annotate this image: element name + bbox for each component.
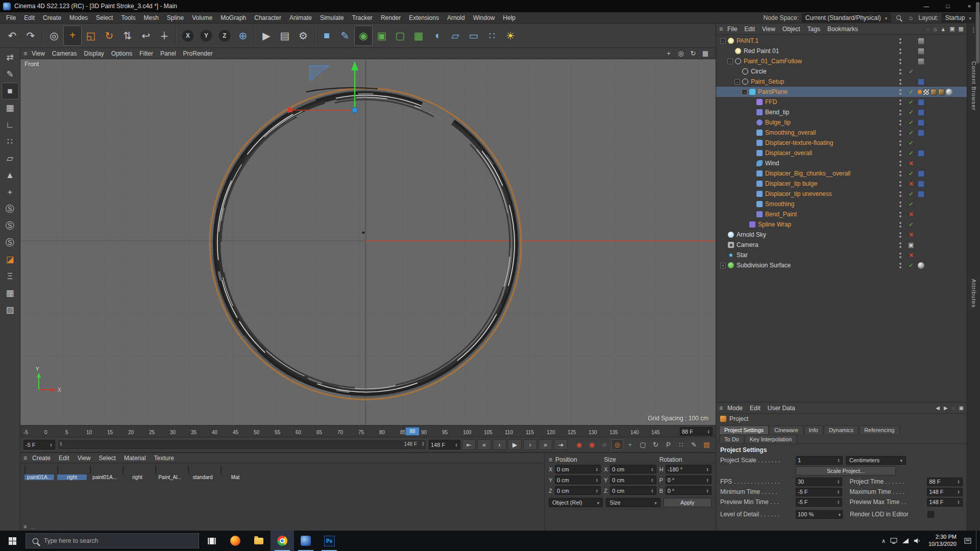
object-row[interactable]: Smoothing (716, 199, 967, 209)
enable-state-icon[interactable] (908, 68, 915, 75)
zoom-view-icon[interactable]: ◎ (676, 49, 686, 58)
deformer-icon[interactable]: ◖ (428, 26, 446, 46)
move-tool-icon[interactable]: + (63, 26, 82, 46)
object-row[interactable]: Red Paint 01 (716, 46, 967, 56)
task-view-button[interactable] (200, 531, 224, 551)
stepper-icon[interactable] (650, 478, 654, 482)
attribute-tab[interactable]: Cineware (769, 425, 803, 434)
enable-state-icon[interactable] (908, 262, 915, 269)
enable-state-icon[interactable] (908, 170, 915, 177)
autokeying-button[interactable]: ◉ (586, 439, 598, 450)
redo-icon[interactable]: ↷ (21, 26, 40, 46)
coordinate-system-icon[interactable]: ⊕ (234, 26, 252, 46)
lock-x-axis-icon[interactable]: X (179, 26, 197, 46)
stepper-icon[interactable] (957, 480, 961, 484)
expander-icon[interactable] (749, 161, 754, 166)
xpresso-tag-icon[interactable] (918, 119, 924, 126)
range-start-field[interactable]: -5 F (23, 440, 55, 449)
om-lock-icon[interactable]: ▣ (949, 26, 954, 32)
cloth-icon[interactable]: ▨ (2, 302, 19, 318)
add-object-icon[interactable]: ∔ (155, 26, 174, 46)
expander-icon[interactable] (749, 151, 754, 156)
attribute-menu-item[interactable]: Mode (724, 405, 746, 412)
texture-tag-icon[interactable] (938, 89, 945, 95)
toolbar-separator[interactable] (254, 26, 255, 46)
material-menu-item[interactable]: Create (28, 455, 55, 462)
stepper-icon[interactable] (836, 500, 840, 504)
tray-chevron-icon[interactable]: ∧ (881, 538, 886, 544)
expander-icon[interactable] (749, 212, 754, 217)
lock-z-axis-icon[interactable]: Z (215, 26, 234, 46)
live-selection-icon[interactable]: ◎ (45, 26, 63, 46)
modeling-icon[interactable]: ▢ (391, 26, 409, 46)
stepper-icon[interactable] (595, 467, 599, 471)
enable-state-icon[interactable] (908, 241, 915, 248)
key-pla-button[interactable]: ∷ (675, 439, 687, 450)
render-view-icon[interactable]: ▶ (257, 26, 276, 46)
visibility-dots-icon[interactable] (899, 222, 901, 224)
visibility-dots-icon[interactable] (899, 202, 901, 204)
menu-item[interactable]: Create (39, 12, 65, 23)
material-thumbnail[interactable] (220, 466, 222, 474)
film-tag-icon[interactable] (918, 48, 924, 55)
panel-menu-icon[interactable] (549, 456, 552, 463)
model-mode-icon[interactable]: ■ (2, 83, 19, 99)
xpresso-tag-icon[interactable] (918, 191, 924, 197)
object-row[interactable]: - Paint_01_CamFollow (716, 56, 967, 66)
attribute-tab[interactable]: Info (804, 425, 823, 434)
alpha-tag-icon[interactable] (923, 89, 929, 95)
tray-volume-icon[interactable] (914, 538, 921, 544)
viewport-menu-item[interactable]: Panel (157, 50, 180, 57)
panel-menu-icon[interactable] (23, 50, 27, 57)
material-item[interactable]: Mat (220, 466, 250, 480)
rotation-field[interactable]: -180 ° (666, 465, 712, 473)
floor-icon[interactable]: ▱ (446, 26, 464, 46)
attribute-tab[interactable]: Referencing (859, 425, 899, 434)
smoothing-icon[interactable] (756, 201, 763, 207)
material-menu-item[interactable]: Material (120, 455, 150, 462)
material-thumbnail[interactable] (90, 466, 91, 474)
menu-item[interactable]: File (2, 12, 20, 23)
stepper-icon[interactable] (705, 489, 709, 493)
undo-icon[interactable]: ↶ (3, 26, 21, 46)
subdiv-icon[interactable] (728, 262, 734, 268)
keyframe-selection-button[interactable]: ○ (599, 439, 610, 450)
position-field[interactable]: 0 cm (555, 475, 601, 484)
visibility-dots-icon[interactable] (899, 99, 901, 102)
attr-back-icon[interactable]: ◀ (936, 405, 940, 411)
expander-icon[interactable]: - (734, 79, 740, 85)
menu-item[interactable]: Window (469, 12, 499, 23)
material-thumbnail[interactable] (57, 466, 58, 474)
visibility-dots-icon[interactable] (899, 48, 901, 51)
smoothing-icon[interactable] (756, 130, 763, 136)
toolbar-separator[interactable] (176, 26, 177, 46)
attribute-tab[interactable]: Key Interpolation (745, 435, 797, 443)
material-thumbnail[interactable] (188, 466, 189, 474)
material-menu-item[interactable]: Select (95, 455, 120, 462)
layout-select[interactable]: Startup (942, 13, 975, 22)
expander-icon[interactable] (720, 242, 726, 248)
stepper-icon[interactable] (650, 489, 654, 493)
enable-state-icon[interactable] (908, 129, 915, 136)
visibility-dots-icon[interactable] (899, 38, 901, 40)
scale-tool-icon[interactable]: ◱ (82, 26, 100, 46)
apply-button[interactable]: Apply (664, 498, 712, 507)
texture-mode-icon[interactable]: ▦ (2, 99, 19, 116)
toolbar-separator[interactable] (314, 26, 315, 46)
visibility-dots-icon[interactable] (899, 212, 901, 214)
visibility-dots-icon[interactable] (899, 242, 901, 244)
xpresso-tag-icon[interactable] (918, 170, 924, 177)
material-item[interactable]: paint01A... (90, 466, 119, 480)
sim-sphere-1-icon[interactable]: Ⓢ (2, 201, 19, 217)
object-manager-menu-item[interactable]: Tags (804, 26, 824, 33)
viewport-menu-item[interactable]: Cameras (48, 50, 81, 57)
menu-item[interactable]: Help (499, 12, 520, 23)
light-icon[interactable] (735, 48, 741, 54)
stepper-icon[interactable] (595, 478, 599, 482)
edges-mode-icon[interactable]: ▱ (2, 150, 19, 167)
comb-icon[interactable]: Ξ (2, 268, 19, 285)
subdivision-surface-icon[interactable]: ◉ (354, 26, 373, 46)
view-name-label[interactable]: Front (24, 61, 39, 68)
menu-item[interactable]: Select (92, 12, 117, 23)
expander-icon[interactable] (742, 222, 747, 228)
